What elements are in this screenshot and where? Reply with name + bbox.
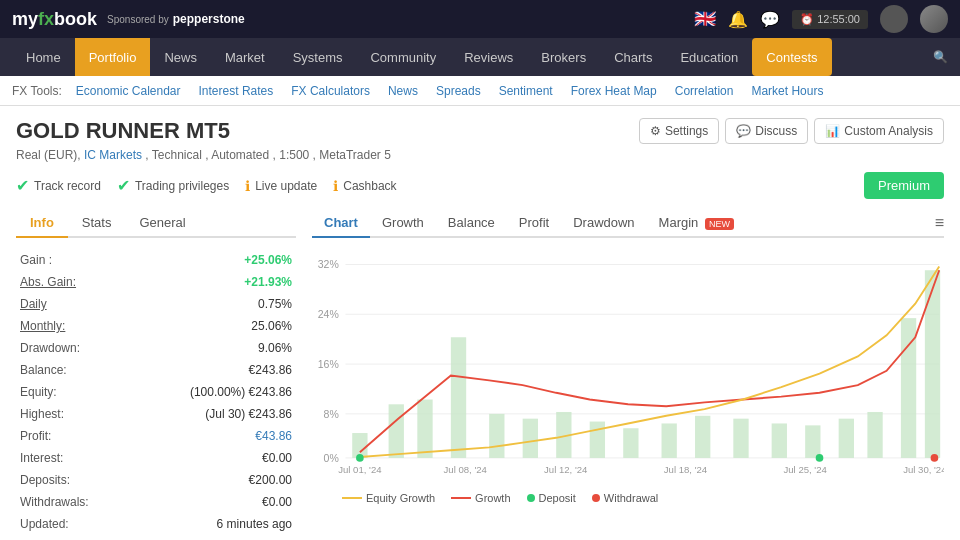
- tab-stats[interactable]: Stats: [68, 209, 126, 238]
- left-panel-tabs: Info Stats General: [16, 209, 296, 238]
- live-update-badge: ℹ Live update: [245, 178, 317, 194]
- svg-rect-17: [590, 422, 605, 458]
- svg-rect-20: [695, 416, 710, 458]
- account-meta: Real (EUR), IC Markets , Technical , Aut…: [16, 148, 391, 162]
- nav-news[interactable]: News: [150, 38, 211, 76]
- drawdown-row: Drawdown: 9.06%: [18, 338, 294, 358]
- chart-settings-icon[interactable]: ≡: [935, 214, 944, 232]
- tool-market-hours[interactable]: Market Hours: [743, 84, 831, 98]
- chart-svg: 32% 24% 16% 8% 0%: [312, 246, 944, 486]
- notifications-icon[interactable]: 🔔: [728, 10, 748, 29]
- trading-privileges-icon: ✔: [117, 176, 130, 195]
- nav-portfolio[interactable]: Portfolio: [75, 38, 151, 76]
- cashback-icon: ℹ: [333, 178, 338, 194]
- chart-tab-growth[interactable]: Growth: [370, 209, 436, 238]
- svg-rect-14: [489, 414, 504, 458]
- chart-area: 32% 24% 16% 8% 0%: [312, 246, 944, 486]
- tool-sentiment[interactable]: Sentiment: [491, 84, 561, 98]
- svg-rect-15: [523, 419, 538, 458]
- svg-rect-19: [662, 423, 677, 457]
- custom-analysis-button[interactable]: 📊 Custom Analysis: [814, 118, 944, 144]
- chart-tab-balance[interactable]: Balance: [436, 209, 507, 238]
- premium-button[interactable]: Premium: [864, 172, 944, 199]
- tool-news[interactable]: News: [380, 84, 426, 98]
- deposits-row: Deposits: €200.00: [18, 470, 294, 490]
- nav-reviews[interactable]: Reviews: [450, 38, 527, 76]
- equity-row: Equity: (100.00%) €243.86: [18, 382, 294, 402]
- header-right: 🇬🇧 🔔 💬 ⏰ 12:55:00: [694, 5, 948, 33]
- tab-info[interactable]: Info: [16, 209, 68, 238]
- live-update-icon: ℹ: [245, 178, 250, 194]
- svg-point-28: [356, 454, 364, 462]
- avatar[interactable]: [880, 5, 908, 33]
- logo: myfxbook: [12, 9, 97, 30]
- svg-rect-21: [733, 419, 748, 458]
- nav-brokers[interactable]: Brokers: [527, 38, 600, 76]
- svg-text:16%: 16%: [318, 358, 339, 370]
- svg-rect-22: [772, 423, 787, 457]
- badges-row: ✔ Track record ✔ Trading privileges ℹ Li…: [16, 172, 944, 199]
- chart-legend: Equity Growth Growth Deposit Withdrawal: [312, 492, 944, 504]
- discuss-icon: 💬: [736, 124, 751, 138]
- nav-home[interactable]: Home: [12, 38, 75, 76]
- chart-tab-drawdown[interactable]: Drawdown: [561, 209, 646, 238]
- growth-line: [451, 497, 471, 499]
- search-icon[interactable]: 🔍: [933, 50, 948, 64]
- daily-row: Daily 0.75%: [18, 294, 294, 314]
- language-flag[interactable]: 🇬🇧: [694, 8, 716, 30]
- user-avatar[interactable]: [920, 5, 948, 33]
- nav-market[interactable]: Market: [211, 38, 279, 76]
- chart-tab-profit[interactable]: Profit: [507, 209, 561, 238]
- broker-link[interactable]: IC Markets: [84, 148, 142, 162]
- tab-general[interactable]: General: [125, 209, 199, 238]
- tool-spreads[interactable]: Spreads: [428, 84, 489, 98]
- svg-rect-13: [451, 337, 466, 458]
- premium-section: Premium: [864, 172, 944, 199]
- svg-text:Jul 08, '24: Jul 08, '24: [444, 464, 488, 475]
- profit-row: Profit: €43.86: [18, 426, 294, 446]
- svg-rect-18: [623, 428, 638, 458]
- withdrawal-dot: [592, 494, 600, 502]
- equity-growth-line: [342, 497, 362, 499]
- tool-forex-heat-map[interactable]: Forex Heat Map: [563, 84, 665, 98]
- account-title: GOLD RUNNER MT5: [16, 118, 391, 144]
- nav-community[interactable]: Community: [356, 38, 450, 76]
- sponsored-text: Sponsored by pepperstone: [107, 12, 245, 26]
- margin-new-badge: NEW: [705, 218, 734, 230]
- chat-icon[interactable]: 💬: [760, 10, 780, 29]
- nav-contests[interactable]: Contests: [752, 38, 831, 76]
- deposit-dot: [527, 494, 535, 502]
- chart-tab-chart[interactable]: Chart: [312, 209, 370, 238]
- legend-withdrawal: Withdrawal: [592, 492, 658, 504]
- discuss-button[interactable]: 💬 Discuss: [725, 118, 808, 144]
- nav-right: 🔍: [933, 50, 948, 64]
- nav-charts[interactable]: Charts: [600, 38, 666, 76]
- main-nav: Home Portfolio News Market Systems Commu…: [0, 38, 960, 76]
- tool-fx-calculators[interactable]: FX Calculators: [283, 84, 378, 98]
- tool-correlation[interactable]: Correlation: [667, 84, 742, 98]
- svg-text:Jul 30, '24: Jul 30, '24: [903, 464, 944, 475]
- track-record-badge: ✔ Track record: [16, 176, 101, 195]
- tools-bar: FX Tools: Economic Calendar Interest Rat…: [0, 76, 960, 106]
- updated-row: Updated: 6 minutes ago: [18, 514, 294, 534]
- main-area: Info Stats General Gain : +25.06% Abs. G…: [16, 209, 944, 540]
- tool-interest-rates[interactable]: Interest Rates: [191, 84, 282, 98]
- account-info: GOLD RUNNER MT5 Real (EUR), IC Markets ,…: [16, 118, 391, 162]
- settings-button[interactable]: ⚙ Settings: [639, 118, 719, 144]
- account-header: GOLD RUNNER MT5 Real (EUR), IC Markets ,…: [16, 118, 944, 162]
- nav-education[interactable]: Education: [666, 38, 752, 76]
- svg-rect-11: [389, 404, 404, 458]
- interest-row: Interest: €0.00: [18, 448, 294, 468]
- sponsor-name: pepperstone: [173, 12, 245, 26]
- legend-equity-growth: Equity Growth: [342, 492, 435, 504]
- svg-text:24%: 24%: [318, 308, 339, 320]
- svg-text:8%: 8%: [324, 408, 339, 420]
- tool-economic-calendar[interactable]: Economic Calendar: [68, 84, 189, 98]
- legend-growth: Growth: [451, 492, 510, 504]
- svg-text:Jul 12, '24: Jul 12, '24: [544, 464, 588, 475]
- abs-gain-row: Abs. Gain: +21.93%: [18, 272, 294, 292]
- chart-tab-margin[interactable]: Margin NEW: [647, 209, 746, 238]
- highest-row: Highest: (Jul 30) €243.86: [18, 404, 294, 424]
- nav-systems[interactable]: Systems: [279, 38, 357, 76]
- track-record-icon: ✔: [16, 176, 29, 195]
